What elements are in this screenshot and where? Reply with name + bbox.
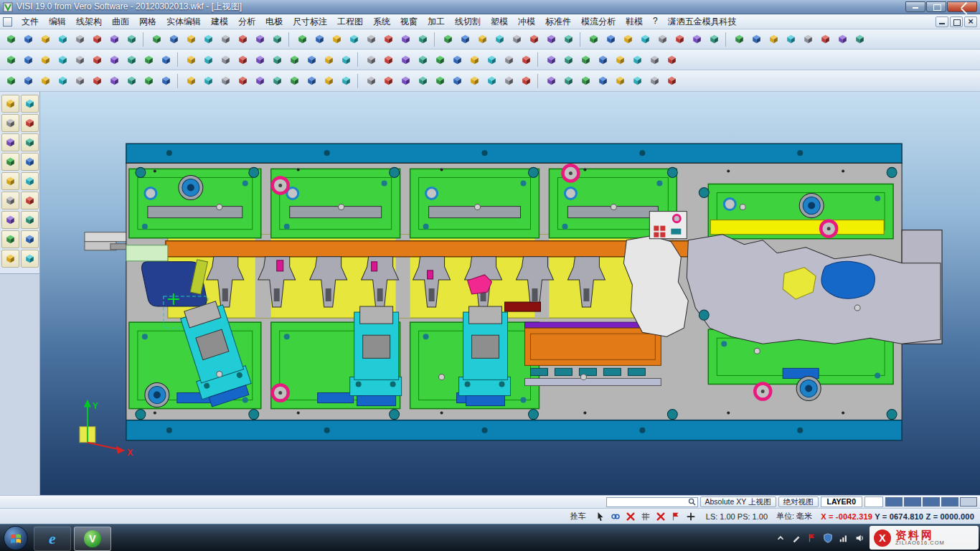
open-file-icon[interactable] [20, 31, 37, 47]
taskbar-visi[interactable]: V [74, 527, 111, 551]
shaded-view-icon[interactable] [294, 31, 311, 47]
rotate-view-icon[interactable] [415, 31, 431, 47]
security-shield-icon[interactable] [821, 532, 834, 544]
cut-icon[interactable] [183, 31, 199, 47]
simplify-solid-icon[interactable] [363, 72, 380, 89]
selected-element-highlight[interactable] [126, 245, 168, 261]
attach-link-icon[interactable] [610, 510, 622, 522]
menu-item[interactable]: 加工 [423, 14, 450, 29]
zoom-extents-icon[interactable] [21, 114, 39, 132]
linear-pattern-icon[interactable] [217, 72, 234, 89]
project-curve-icon[interactable] [363, 52, 380, 68]
bom-list-icon[interactable] [646, 52, 663, 68]
menu-item[interactable]: 分析 [233, 14, 260, 29]
wireframe-toggle-icon[interactable] [21, 192, 39, 209]
grid-snap-icon[interactable] [640, 510, 652, 522]
solid-cylinder-icon[interactable] [20, 72, 37, 89]
spline-icon[interactable] [89, 52, 105, 68]
dimension-linear-icon[interactable] [509, 31, 525, 47]
intersect-curve-icon[interactable] [380, 52, 397, 68]
mdi-close-button[interactable] [964, 17, 977, 27]
tangent-line-icon[interactable] [415, 52, 431, 68]
insert-block-icon[interactable] [123, 72, 140, 89]
active-layer[interactable]: LAYER0 [821, 496, 862, 507]
start-button[interactable] [4, 526, 28, 550]
draft-face-icon[interactable] [252, 72, 268, 89]
origin-snap-icon[interactable] [21, 250, 39, 268]
section-view-icon[interactable] [731, 31, 748, 47]
tool-validate-icon[interactable] [664, 72, 680, 89]
join-curve-icon[interactable] [252, 52, 268, 68]
rotate-icon[interactable] [286, 52, 303, 68]
hatch-icon[interactable] [612, 52, 628, 68]
point-icon[interactable] [3, 52, 19, 68]
action-center-flag-icon[interactable] [806, 532, 818, 544]
top-view-icon[interactable] [1, 153, 19, 171]
taskbar-internet-explorer[interactable]: e [34, 527, 71, 551]
zoom-window-icon[interactable] [21, 95, 39, 113]
menu-item[interactable]: 电极 [260, 14, 288, 29]
new-file-icon[interactable] [3, 31, 19, 47]
circle-icon[interactable] [55, 52, 71, 68]
menu-item[interactable]: 网格 [134, 14, 161, 29]
menu-item[interactable]: 模流分析 [576, 14, 621, 29]
menu-item[interactable]: 文件 [17, 14, 44, 29]
zoom-dynamic-icon[interactable] [1, 95, 19, 113]
pen-input-icon[interactable] [790, 532, 802, 544]
layer-color-swatch[interactable] [923, 497, 940, 507]
offset-curve-icon[interactable] [141, 52, 157, 68]
save-icon[interactable] [37, 31, 54, 47]
hide-show-icon[interactable] [1, 192, 19, 209]
absolute-view-button[interactable]: 绝对视图 [778, 496, 819, 507]
history-tree-icon[interactable] [518, 72, 534, 89]
properties-icon[interactable] [269, 31, 286, 47]
rectangle-icon[interactable] [106, 52, 123, 68]
shell-icon[interactable] [706, 31, 722, 47]
rotate-3d-icon[interactable] [21, 133, 39, 151]
menu-item[interactable]: 线切割 [450, 14, 486, 29]
direct-edit-icon[interactable] [501, 72, 517, 89]
replace-face-icon[interactable] [449, 72, 466, 89]
print-preview-icon[interactable] [89, 31, 105, 47]
pan-view-icon[interactable] [397, 31, 414, 47]
break-curve-icon[interactable] [235, 52, 251, 68]
menu-item[interactable]: 视窗 [395, 14, 423, 29]
copy-image-icon[interactable] [123, 31, 140, 47]
divide-curve-icon[interactable] [397, 52, 414, 68]
parallel-line-icon[interactable] [449, 52, 466, 68]
shade-toggle-icon[interactable] [1, 211, 19, 229]
snap-toggle-icon[interactable] [560, 31, 577, 47]
menu-item[interactable]: 系统 [368, 14, 395, 29]
perpendicular-line-icon[interactable] [432, 52, 448, 68]
hidden-line-view-icon[interactable] [329, 31, 345, 47]
sketch-plane-icon[interactable] [466, 52, 483, 68]
workplane-icon[interactable] [1, 250, 19, 268]
redo-icon[interactable] [166, 31, 182, 47]
delete-face-icon[interactable] [397, 72, 414, 89]
help-icon[interactable] [852, 31, 868, 47]
menu-item[interactable]: 塑模 [486, 14, 513, 29]
feature-recognition-icon[interactable] [380, 72, 397, 89]
settings-icon[interactable] [834, 31, 851, 47]
ellipse-icon[interactable] [72, 52, 88, 68]
arc-icon[interactable] [37, 52, 54, 68]
circular-pattern-icon[interactable] [235, 72, 251, 89]
extend-curve-icon[interactable] [217, 52, 234, 68]
title-block-icon[interactable] [664, 52, 680, 68]
die-plate-icon[interactable] [578, 72, 594, 89]
selection-filter-icon[interactable] [1, 230, 19, 248]
menu-item[interactable]: ? [648, 14, 663, 29]
view-reference-button[interactable]: Absolute XY 上视图 [700, 496, 776, 507]
loft-icon[interactable] [689, 31, 705, 47]
array-icon[interactable] [338, 52, 354, 68]
solid-box-icon[interactable] [3, 72, 19, 89]
chamfer-curve-icon[interactable] [183, 52, 199, 68]
text-annotation-icon[interactable] [543, 52, 560, 68]
punch-design-icon[interactable] [560, 72, 577, 89]
strip-layout-icon[interactable] [543, 72, 560, 89]
boolean-subtract-icon[interactable] [603, 31, 619, 47]
maximize-button[interactable] [926, 1, 946, 12]
construction-line-icon[interactable] [484, 52, 500, 68]
attribute-edit-icon[interactable] [457, 31, 473, 47]
pan-icon[interactable] [1, 114, 19, 132]
